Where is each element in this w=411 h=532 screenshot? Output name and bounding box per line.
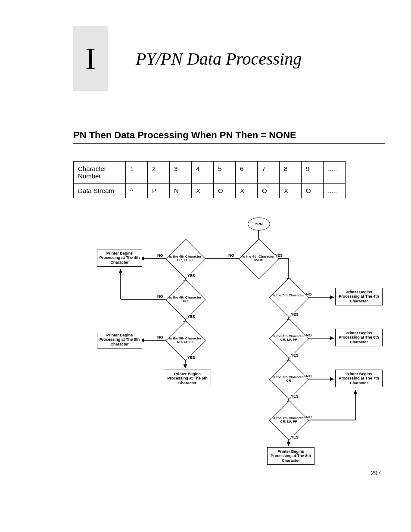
flow-start: ^PN <box>248 218 270 230</box>
cell: ..... <box>324 162 346 184</box>
chapter-header: I PY/PN Data Processing <box>26 26 385 91</box>
label-no: NO <box>157 335 163 339</box>
label-no: NO <box>157 294 163 299</box>
cell: Character Number <box>74 162 126 184</box>
cell: 8 <box>280 162 302 184</box>
process-4th-left: Printer Begins Processing at The 4th Cha… <box>97 249 142 267</box>
label-yes: YES <box>291 435 299 439</box>
cell: 5 <box>214 162 236 184</box>
chapter-box: I <box>73 26 108 91</box>
label-yes: YES <box>187 274 195 278</box>
cell: X <box>280 184 302 198</box>
process-5th: Printer Begins Processing at The 5th Cha… <box>97 331 142 348</box>
label-no: NO <box>157 253 163 258</box>
chapter-letter: I <box>85 41 96 77</box>
cell: ..... <box>324 184 346 198</box>
chapter-title: PY/PN Data Processing <box>136 49 302 69</box>
label-yes: YES <box>291 312 299 317</box>
decision-5th-crlfff: Is the 5th Character CR, LF, FF <box>171 327 199 354</box>
label-yes: YES <box>275 253 283 258</box>
process-7th: Printer Begins Processing at The 7th Cha… <box>335 370 383 387</box>
decision-6th-cr: Is the 6th Character CR <box>275 365 302 393</box>
cell: ^ <box>126 184 148 198</box>
section-heading: PN Then Data Processing When PN Then = N… <box>73 130 385 144</box>
cell: Data Stream <box>74 184 126 198</box>
label-no: NO <box>306 415 312 419</box>
cell: X <box>192 184 214 198</box>
cell: 3 <box>170 162 192 184</box>
process-4th-right: Printer Begins Processing at The 4th Cha… <box>335 288 383 305</box>
cell: P <box>148 184 170 198</box>
cell: N <box>170 184 192 198</box>
decision-5th-quote: Is the 5th Character " - <box>275 283 302 311</box>
label-yes: YES <box>291 353 299 358</box>
process-8th: Printer Begins Processing at The 8th Cha… <box>267 447 314 465</box>
cell: 7 <box>258 162 280 184</box>
flowchart: ^PN Is the 4th Character CVCC YES NO Is … <box>73 215 401 465</box>
table-row: Character Number 1 2 3 4 5 6 7 8 9 ..... <box>74 162 346 184</box>
label-no: NO <box>306 333 312 337</box>
cell: 9 <box>302 162 324 184</box>
decision-6th-crlfff: Is the 6th Character CR, LF, FF <box>275 324 302 352</box>
decision-4th-cr: Is the 4th Character CR <box>171 286 199 313</box>
decision-4th-cvcc: Is the 4th Character CVCC <box>245 245 272 272</box>
table-row: Data Stream ^ P N X O X O X O ..... <box>74 184 346 198</box>
cell: X <box>236 184 258 198</box>
cell: 6 <box>236 162 258 184</box>
decision-7th-crlfff: Is the 7th Character CR, LF, FF <box>275 406 302 434</box>
flow-start-text: ^PN <box>255 222 263 226</box>
cell: 2 <box>148 162 170 184</box>
label-yes: YES <box>291 394 299 398</box>
cell: O <box>302 184 324 198</box>
page-number: 297 <box>26 470 381 476</box>
data-table: Character Number 1 2 3 4 5 6 7 8 9 .....… <box>73 161 346 198</box>
label-yes: YES <box>187 314 195 319</box>
process-6th-left: Printer Begins Processing at The 6th Cha… <box>164 370 211 387</box>
label-no: NO <box>306 292 312 296</box>
cell: O <box>258 184 280 198</box>
label-no: NO <box>228 253 234 258</box>
decision-4th-crlfff: Is the 4th Character CR, LF, FF <box>171 245 199 272</box>
cell: 1 <box>126 162 148 184</box>
label-no: NO <box>306 374 312 378</box>
label-yes: YES <box>187 355 195 360</box>
cell: 4 <box>192 162 214 184</box>
process-6th-right: Printer Begins Processing at The 6th Cha… <box>335 329 383 346</box>
cell: O <box>214 184 236 198</box>
